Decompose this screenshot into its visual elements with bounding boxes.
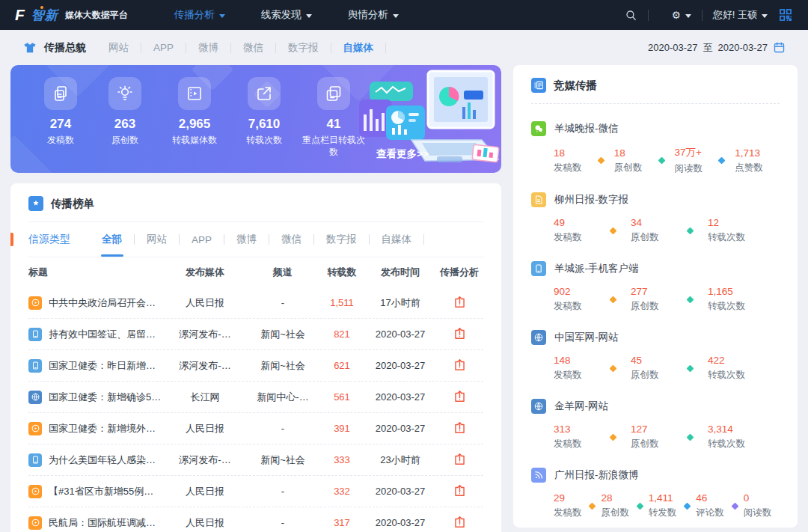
tab-app[interactable]: APP — [153, 42, 174, 53]
rank-tab-digital-paper[interactable]: 数字报 — [326, 233, 357, 246]
menu-spread-analysis[interactable]: 传播分析 — [174, 8, 225, 22]
channel: 新闻~社会 — [247, 453, 319, 467]
spread-analysis-icon[interactable] — [453, 421, 467, 435]
article-title-link[interactable]: 国家卫健委：新增境外输入54例 … — [49, 422, 163, 435]
rank-tab-app[interactable]: APP — [192, 234, 212, 245]
source-type-label[interactable]: 信源类型 — [28, 233, 70, 246]
pages-icon — [317, 77, 350, 110]
rank-tab-all[interactable]: 全部 — [102, 233, 122, 246]
tab-weibo[interactable]: 微博 — [198, 41, 218, 55]
diamond-separator — [687, 364, 694, 372]
competitor-item: 柳州日报-数字报 49发稿数 34原创数 12转载次数 — [531, 192, 780, 244]
date-range-picker[interactable]: 2020-03-27 至 2020-03-27 — [648, 41, 786, 55]
article-title-link[interactable]: 国家卫健委：新增确诊55例，其… — [49, 391, 163, 404]
tab-wechat[interactable]: 微信 — [243, 41, 263, 55]
divider — [423, 234, 424, 245]
stat: 12转载次数 — [708, 217, 765, 244]
repost-count: 317 — [319, 517, 365, 528]
article-title-link[interactable]: 持有效中国签证、居留许可的外… — [49, 328, 163, 341]
spread-analysis-icon[interactable] — [453, 358, 467, 372]
right-column: 竞媒传播 羊城晚报-微信 18发稿数 18原创数 37万+阅读数 — [513, 65, 798, 528]
top-navbar: F 智新 媒体大数据平台 传播分析 线索发现 舆情分析 ⚙ 您好! 王硕 — [0, 0, 808, 30]
repost-count: 621 — [319, 360, 365, 371]
stat: 277原创数 — [631, 286, 688, 313]
search-icon[interactable] — [625, 9, 637, 22]
publish-time: 23小时前 — [365, 453, 435, 467]
channel: 新闻~社会 — [247, 328, 319, 341]
spread-analysis-icon[interactable] — [453, 452, 467, 466]
website-icon — [531, 399, 546, 414]
user-menu[interactable]: 您好! 王硕 — [713, 8, 768, 22]
tab-wemedia-active[interactable]: 自媒体 — [343, 41, 374, 55]
article-title-link[interactable]: 民航局：国际航班调减后，每天… — [49, 516, 163, 530]
article-title-link[interactable]: 中共中央政治局召开会议 研究部署 — [49, 296, 163, 310]
date-start: 2020-03-27 — [648, 42, 698, 53]
col-title: 标题 — [28, 266, 163, 279]
article-title-link[interactable]: 国家卫健委：昨日新增确诊55例… — [49, 359, 163, 373]
rank-tab-wemedia[interactable]: 自媒体 — [382, 233, 412, 246]
spread-analysis-icon[interactable] — [453, 483, 467, 498]
tab-overview[interactable]: 传播总貌 — [44, 41, 86, 55]
overview-icon — [22, 40, 37, 55]
wemedia-icon — [28, 296, 42, 310]
rank-tab-website[interactable]: 网站 — [147, 233, 167, 246]
stat: 37万+阅读数 — [675, 146, 720, 175]
divider — [275, 43, 276, 53]
stat: 1,165转载次数 — [708, 286, 765, 313]
stat: 127原创数 — [631, 424, 688, 450]
tab-website[interactable]: 网站 — [108, 41, 129, 55]
menu-sentiment-analysis[interactable]: 舆情分析 — [348, 8, 399, 22]
stat: 0阅读数 — [744, 492, 780, 519]
spread-analysis-icon[interactable] — [453, 515, 467, 529]
table-row: 民航局：国际航班调减后，每天… 人民日报 - 317 2020-03-27 — [28, 507, 483, 532]
spread-analysis-icon[interactable] — [453, 389, 467, 403]
competitor-item: 羊城派-手机客户端 902发稿数 277原创数 1,165转载次数 — [531, 261, 780, 313]
competitors-title: 竞媒传播 — [554, 79, 597, 93]
rank-tab-wechat[interactable]: 微信 — [281, 233, 302, 246]
weibo-icon — [531, 468, 546, 483]
competitor-stats: 49发稿数 34原创数 12转载次数 — [554, 217, 780, 244]
stat: 45原创数 — [631, 355, 688, 382]
table-row: 国家卫健委：新增境外输入54例 … 人民日报 - 391 2020-03-27 — [28, 413, 483, 444]
logo-f: F — [15, 6, 25, 24]
repost-count: 391 — [319, 423, 365, 434]
competitor-name[interactable]: 广州日报-新浪微博 — [554, 468, 639, 482]
calendar-icon[interactable] — [773, 41, 786, 54]
bulb-icon — [108, 77, 141, 110]
spread-analysis-icon[interactable] — [453, 326, 467, 340]
competitor-name[interactable]: 羊城晚报-微信 — [554, 122, 619, 135]
stat-posts: 274 发稿数 — [28, 77, 93, 173]
stat: 46评论数 — [696, 492, 732, 519]
publish-media: 人民日报 — [163, 422, 247, 435]
chevron-down-icon — [219, 14, 225, 21]
menu-clue-discovery[interactable]: 线索发现 — [261, 8, 312, 22]
qr-code-icon[interactable] — [778, 7, 793, 22]
article-title-link[interactable]: 【#31省区市新增55例确诊病例 — [49, 485, 163, 498]
main-content: 274 发稿数 263 原创数 2,965 转载媒体数 — [0, 65, 808, 532]
competitor-name[interactable]: 金羊网-网站 — [554, 400, 608, 413]
tab-digital-paper[interactable]: 数字报 — [288, 41, 319, 55]
col-channel: 频道 — [247, 266, 319, 279]
competitor-stats: 313发稿数 127原创数 3,314转载次数 — [554, 424, 780, 450]
app-icon — [28, 359, 42, 373]
divider — [313, 234, 314, 245]
settings-menu[interactable]: ⚙ — [659, 9, 691, 22]
competitor-item: 中国军网-网站 148发稿数 45原创数 422转载次数 — [531, 330, 780, 382]
spread-analysis-icon[interactable] — [453, 295, 467, 309]
source-type-filter: 信源类型 全部 网站 APP 微博 微信 数字报 自媒体 — [28, 222, 483, 257]
channel: - — [247, 486, 319, 497]
repost-count: 333 — [319, 454, 365, 465]
publish-time: 2020-03-27 — [365, 360, 435, 371]
view-more-link[interactable]: 查看更多>> — [376, 147, 429, 161]
article-title-link[interactable]: 为什么美国年轻人感染那么多? … — [49, 453, 163, 467]
publish-media: 长江网 — [163, 391, 247, 404]
section-tabbar: 传播总貌 网站 APP 微博 微信 数字报 自媒体 2020-03-27 至 2… — [0, 30, 808, 65]
rank-tab-weibo[interactable]: 微博 — [236, 233, 257, 246]
diamond-separator — [589, 502, 596, 510]
competitor-name[interactable]: 中国军网-网站 — [554, 331, 619, 344]
stats-banner: 274 发稿数 263 原创数 2,965 转载媒体数 — [10, 65, 501, 173]
competitor-item: 广州日报-新浪微博 29发稿数 28原创数 1,411转发数 46评论数 0阅读… — [531, 468, 780, 519]
competitor-name[interactable]: 柳州日报-数字报 — [554, 193, 628, 207]
competitor-name[interactable]: 羊城派-手机客户端 — [554, 262, 639, 275]
ranking-title: 传播榜单 — [51, 197, 94, 211]
